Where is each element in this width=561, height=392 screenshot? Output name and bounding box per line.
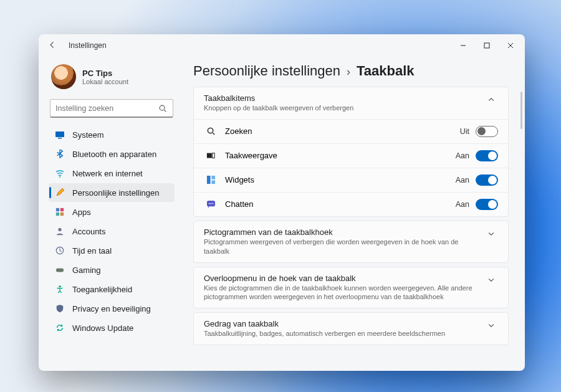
search-input[interactable] (55, 104, 158, 113)
sidebar-item-label: Persoonlijke instellingen (72, 188, 159, 198)
svg-rect-2 (55, 131, 64, 137)
row-label: Zoeken (225, 127, 460, 136)
sidebar-item-accessibility[interactable]: Toegankelijkheid (49, 280, 175, 299)
search-icon (158, 103, 168, 113)
sidebar-item-label: Tijd en taal (72, 246, 112, 256)
svg-point-4 (59, 176, 60, 178)
section-header-taskbar-items[interactable]: Taakbalkitems Knoppen op de taakbalk wee… (194, 87, 508, 119)
sidebar-item-label: Windows Update (72, 323, 133, 333)
toggle-state: Uit (460, 127, 469, 136)
toggle-state: Aan (456, 176, 469, 184)
sidebar-item-apps[interactable]: Apps (49, 203, 175, 221)
apps-icon (55, 207, 65, 217)
widgets-icon (204, 175, 218, 184)
section-behaviors[interactable]: Gedrag van taakbalk Taakbalkuitlijning, … (193, 312, 509, 345)
profile-block[interactable]: PC Tips Lokaal account (49, 60, 175, 98)
close-button[interactable] (499, 36, 522, 55)
search-icon (204, 127, 218, 136)
gamepad-icon (55, 265, 65, 275)
svg-rect-14 (207, 153, 212, 158)
row-label: Taakweergave (225, 151, 456, 160)
breadcrumb-current: Taakbalk (357, 63, 415, 79)
toggle-state: Aan (456, 151, 469, 160)
update-icon (55, 323, 65, 333)
sidebar-item-privacy[interactable]: Privacy en beveiliging (49, 299, 175, 318)
svg-rect-17 (211, 176, 215, 179)
section-subtitle: Kies de pictogrammen die in de taakbalkh… (204, 284, 484, 302)
svg-rect-8 (60, 213, 64, 216)
maximize-button[interactable] (475, 36, 499, 55)
chevron-up-icon (484, 93, 498, 103)
accessibility-icon (55, 284, 65, 294)
section-overflow[interactable]: Overloopmenu in de hoek van de taakbalk … (193, 267, 509, 309)
section-title: Gedrag van taakbalk (204, 319, 484, 328)
section-title: Overloopmenu in de hoek van de taakbalk (204, 274, 484, 283)
sidebar-item-windows-update[interactable]: Windows Update (49, 318, 175, 337)
svg-rect-7 (56, 213, 59, 216)
svg-point-21 (210, 203, 211, 204)
scrollbar[interactable] (520, 92, 522, 129)
sidebar-item-label: Systeem (72, 130, 104, 140)
section-title: Taakbalkitems (204, 93, 484, 103)
sidebar-item-bluetooth[interactable]: Bluetooth en apparaten (49, 145, 175, 163)
sidebar-item-system[interactable]: Systeem (49, 125, 175, 144)
svg-rect-18 (211, 181, 215, 184)
display-icon (55, 130, 65, 140)
section-corner-icons[interactable]: Pictogrammen van de taakbalkhoek Pictogr… (193, 221, 509, 263)
svg-rect-11 (56, 268, 64, 272)
shield-icon (55, 304, 65, 313)
toggle-state: Aan (456, 200, 469, 209)
minimize-button[interactable] (451, 36, 475, 55)
svg-point-12 (59, 285, 61, 288)
sidebar-item-network[interactable]: Netwerk en internet (49, 164, 175, 183)
section-subtitle: Taakbalkuitlijning, badges, automatisch … (204, 329, 484, 338)
chevron-down-icon (484, 319, 498, 329)
svg-rect-6 (60, 208, 64, 211)
row-label: Widgets (225, 175, 456, 184)
titlebar: Instellingen (39, 34, 525, 57)
chevron-down-icon (484, 274, 498, 284)
section-subtitle: Pictogrammen weergeven of verbergen die … (204, 237, 484, 256)
toggle-widgets[interactable] (476, 174, 498, 186)
sidebar-item-accounts[interactable]: Accounts (49, 222, 175, 241)
sidebar: PC Tips Lokaal account Systeem Bluetooth… (39, 57, 182, 371)
sidebar-item-personalization[interactable]: Persoonlijke instellingen (49, 183, 175, 202)
search-box[interactable] (50, 99, 173, 118)
row-zoeken: Zoeken Uit (194, 119, 508, 143)
chevron-right-icon: › (347, 65, 350, 79)
toggle-zoeken[interactable] (476, 126, 498, 137)
person-icon (55, 226, 65, 236)
bluetooth-icon (55, 149, 65, 159)
back-button[interactable] (45, 41, 60, 50)
chevron-down-icon (484, 227, 498, 237)
app-title: Instellingen (69, 41, 107, 50)
row-chatten: Chatten Aan (194, 192, 508, 216)
nav-list: Systeem Bluetooth en apparaten Netwerk e… (49, 125, 175, 337)
svg-rect-0 (484, 43, 489, 48)
sidebar-item-gaming[interactable]: Gaming (49, 261, 175, 279)
svg-point-9 (58, 228, 61, 231)
row-taakweergave: Taakweergave Aan (194, 143, 508, 168)
sidebar-item-time[interactable]: Tijd en taal (49, 241, 175, 260)
svg-rect-15 (213, 153, 215, 158)
row-label: Chatten (225, 199, 456, 209)
avatar (51, 64, 76, 89)
sidebar-item-label: Privacy en beveiliging (72, 304, 151, 313)
profile-name: PC Tips (82, 69, 128, 78)
svg-rect-5 (56, 208, 59, 211)
sidebar-item-label: Accounts (72, 227, 105, 236)
content-area: Persoonlijke instellingen › Taakbalk Taa… (182, 57, 525, 371)
toggle-chatten[interactable] (476, 199, 498, 210)
sidebar-item-label: Apps (72, 208, 91, 217)
section-taskbar-items: Taakbalkitems Knoppen op de taakbalk wee… (193, 87, 509, 217)
section-subtitle: Knoppen op de taakbalk weergeven of verb… (204, 103, 484, 113)
svg-point-22 (212, 203, 213, 204)
wifi-icon (55, 168, 65, 178)
breadcrumb-parent[interactable]: Persoonlijke instellingen (193, 63, 340, 79)
taskview-icon (204, 151, 218, 160)
toggle-taakweergave[interactable] (476, 150, 498, 161)
row-widgets: Widgets Aan (194, 168, 508, 192)
clock-icon (55, 246, 65, 256)
sidebar-item-label: Gaming (72, 265, 101, 275)
svg-point-1 (160, 105, 165, 110)
